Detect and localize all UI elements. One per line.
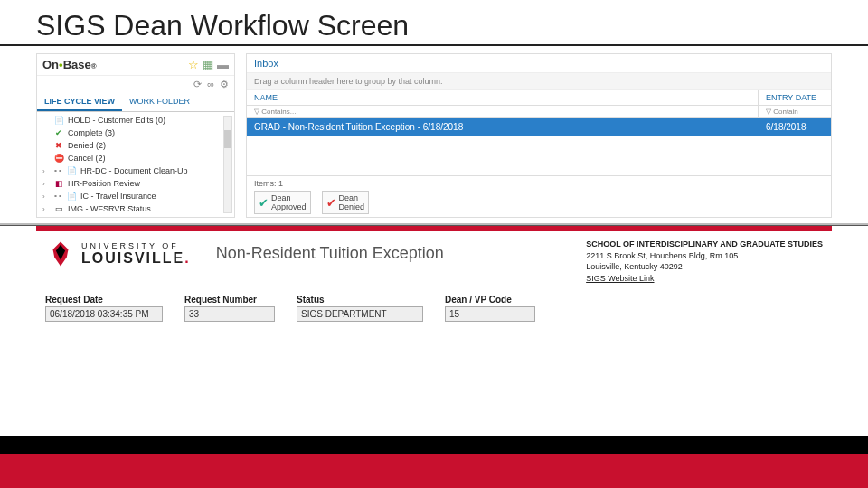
request-number-input[interactable] xyxy=(184,306,275,322)
refresh-icon[interactable]: ⟳ xyxy=(193,79,202,90)
form-fields: Request Date Request Number Status Dean … xyxy=(36,291,832,331)
page-title: SIGS Dean Workflow Screen xyxy=(0,0,868,46)
form-title: Non-Resident Tuition Exception xyxy=(216,239,444,263)
onbase-logo: On•Base® xyxy=(42,58,97,71)
request-date-input[interactable] xyxy=(45,306,163,322)
row-date: 6/18/2018 xyxy=(759,118,831,136)
left-tree: 📄HOLD - Customer Edits (0) ✔Complete (3)… xyxy=(37,112,234,217)
tab-inbox[interactable]: Inbox xyxy=(247,54,831,73)
tree-item[interactable]: ›▭IMG - WFSRVR Status xyxy=(37,202,234,215)
right-panel-footer: Items: 1 ✔ DeanApproved ✔ DeanDenied xyxy=(247,175,831,217)
tree-item[interactable]: ✔Complete (3) xyxy=(37,127,234,139)
tag-icon[interactable]: ▬ xyxy=(217,58,229,71)
dean-code-input[interactable] xyxy=(445,306,535,322)
row-name: GRAD - Non-Resident Tuition Exception - … xyxy=(247,118,759,136)
x-icon: ✔ xyxy=(326,196,336,210)
link-icon[interactable]: ∞ xyxy=(207,79,214,90)
form-header: UNIVERSITY OF LOUISVILLE. Non-Resident T… xyxy=(36,231,832,291)
field-request-number: Request Number xyxy=(184,295,275,322)
gear-icon[interactable]: ⚙ xyxy=(220,79,229,90)
dean-denied-button[interactable]: ✔ DeanDenied xyxy=(322,191,370,214)
form-region: UNIVERSITY OF LOUISVILLE. Non-Resident T… xyxy=(0,226,868,331)
cardinal-icon xyxy=(45,239,76,269)
tree-item[interactable]: ›◧HR-Position Review xyxy=(37,177,234,190)
tree-scrollbar[interactable] xyxy=(223,116,232,213)
field-status: Status xyxy=(297,295,423,322)
left-panel-tabs: LIFE CYCLE VIEW WORK FOLDER xyxy=(37,93,234,112)
tree-item[interactable]: ✖Denied (2) xyxy=(37,139,234,152)
left-panel-header: On•Base® ☆ ▦ ▬ xyxy=(37,54,234,76)
right-panel: Inbox Drag a column header here to group… xyxy=(246,53,832,218)
field-request-date: Request Date xyxy=(45,295,163,322)
university-logo: UNIVERSITY OF LOUISVILLE. xyxy=(45,239,191,269)
col-entry-date[interactable]: ENTRY DATE xyxy=(759,90,831,105)
table-row[interactable]: GRAD - Non-Resident Tuition Exception - … xyxy=(247,118,831,136)
univ-line1: UNIVERSITY OF xyxy=(81,241,191,250)
filter-name[interactable]: ▽ Contains... xyxy=(247,106,759,117)
filter-row: ▽ Contains... ▽ Contain xyxy=(247,106,831,118)
group-hint: Drag a column header here to group by th… xyxy=(247,73,831,90)
school-address: SCHOOL OF INTERDISCIPLINARY AND GRADUATE… xyxy=(586,239,823,284)
grid-icon[interactable]: ▦ xyxy=(203,58,213,71)
left-panel: On•Base® ☆ ▦ ▬ ⟳ ∞ ⚙ LIFE CYCLE VIEW WOR… xyxy=(36,53,235,218)
tree-item[interactable]: ⛔Cancel (2) xyxy=(37,152,234,164)
check-icon: ✔ xyxy=(259,196,269,210)
items-count: Items: 1 xyxy=(254,179,824,188)
tree-item[interactable]: 📄HOLD - Customer Edits (0) xyxy=(37,114,234,127)
top-region: On•Base® ☆ ▦ ▬ ⟳ ∞ ⚙ LIFE CYCLE VIEW WOR… xyxy=(0,53,868,218)
field-dean-code: Dean / VP Code xyxy=(445,295,535,322)
column-headers: NAME ENTRY DATE xyxy=(247,90,831,106)
dean-approved-button[interactable]: ✔ DeanApproved xyxy=(254,191,311,214)
status-input[interactable] xyxy=(297,306,423,322)
tab-work-folder[interactable]: WORK FOLDER xyxy=(122,93,197,111)
filter-date[interactable]: ▽ Contain xyxy=(759,106,831,117)
star-icon[interactable]: ☆ xyxy=(188,58,199,71)
tab-life-cycle-view[interactable]: LIFE CYCLE VIEW xyxy=(37,93,122,111)
tree-item[interactable]: ›∘∘📄HR-DC - Document Clean-Up xyxy=(37,164,234,177)
col-name[interactable]: NAME xyxy=(247,90,759,105)
page-footer xyxy=(0,436,868,488)
sigs-website-link[interactable]: SIGS Website Link xyxy=(586,273,823,285)
tree-item[interactable]: ›∘∘📄IC - Travel Insurance xyxy=(37,190,234,202)
